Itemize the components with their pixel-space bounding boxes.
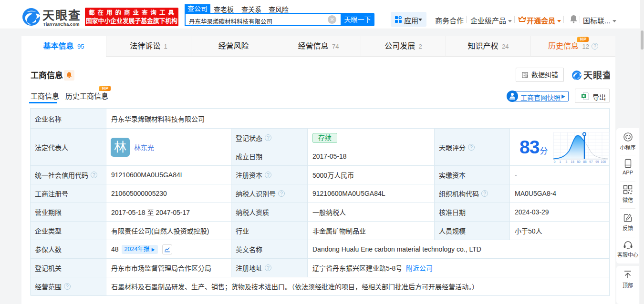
svg-text:15: 15 bbox=[571, 160, 575, 163]
svg-text:天眼查: 天眼查 bbox=[583, 70, 610, 81]
svg-text:99: 99 bbox=[595, 160, 599, 163]
svg-text:85: 85 bbox=[583, 160, 587, 163]
svg-text:0: 0 bbox=[554, 160, 556, 163]
svg-text:100: 100 bbox=[601, 160, 606, 163]
svg-text:50: 50 bbox=[577, 160, 581, 163]
svg-text:97: 97 bbox=[589, 160, 593, 163]
svg-text:3: 3 bbox=[565, 160, 567, 163]
svg-text:1: 1 bbox=[560, 160, 561, 163]
